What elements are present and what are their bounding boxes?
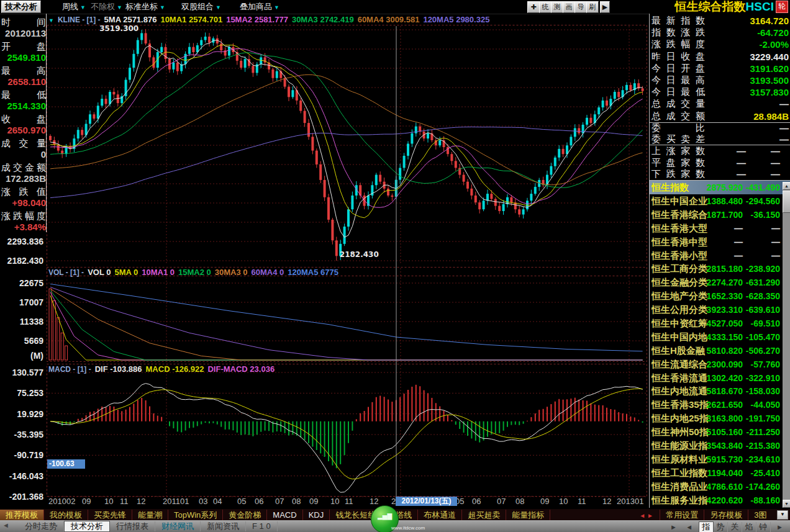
index-name: 恒生香港中型	[652, 237, 723, 248]
index-value: 4786.610	[707, 482, 743, 492]
toolbar-menu-3[interactable]: 标准坐标▼	[125, 2, 165, 12]
index-list-item[interactable]: 恒生中国内地4333.150-105.470	[650, 330, 790, 344]
status-left-arrow-icon[interactable]: ◄	[2, 521, 9, 529]
index-list-item[interactable]: 恒生服务业指4220.620-88.160	[650, 494, 790, 507]
status-right-arrow-icon[interactable]: ►	[670, 523, 677, 531]
menu-label: 双股组合	[181, 2, 214, 11]
template-tab-超买超卖[interactable]: 超买超卖	[462, 510, 506, 521]
info-row-8: 涨跌值+98.040	[1, 185, 46, 209]
template-tab-KDJ[interactable]: KDJ	[303, 510, 330, 521]
tab-action-3图[interactable]: 3图	[748, 510, 772, 521]
view-tab-新闻资讯[interactable]: 新闻资讯	[201, 521, 246, 531]
index-list-item[interactable]: 恒生香港35指2621.650-44.050	[650, 398, 790, 412]
quick-button-势[interactable]: 势	[714, 522, 728, 532]
index-value: 4527.050	[707, 318, 743, 328]
index-change: -25.410	[751, 468, 780, 478]
template-tab-黄金阶梯[interactable]: 黄金阶梯	[223, 510, 267, 521]
view-tab-F 1 0[interactable]: F 1 0	[246, 521, 278, 531]
index-list-item[interactable]: 恒生能源业指3543.840-215.380	[650, 439, 790, 453]
tool-button-画[interactable]: 画	[563, 1, 575, 13]
chevron-down-icon: ▼	[117, 4, 122, 11]
index-change: -88.160	[751, 495, 780, 505]
toolbar-menu-4[interactable]: 双股组合▼	[181, 2, 221, 12]
index-change: -69.510	[751, 318, 780, 328]
move-tool-icon[interactable]: ✚	[527, 1, 540, 13]
index-list-item[interactable]: 恒生工商分类2815.180-238.920	[650, 262, 790, 276]
template-tab-TopWin系列[interactable]: TopWin系列	[168, 510, 223, 521]
tab-action-另存模板[interactable]: 另存模板	[704, 510, 748, 521]
status-left2-arrow-icon[interactable]: ◄	[686, 523, 692, 531]
quote-value: 3193.500	[705, 75, 789, 86]
index-list-item[interactable]: 恒生地产分类1652.330-628.350	[650, 289, 790, 303]
view-tab-分时走势[interactable]: 分时走势	[19, 521, 64, 531]
tab-scroll-arrows[interactable]: ◄ ►	[639, 512, 653, 519]
scrollbar-thumb[interactable]	[783, 191, 790, 213]
quick-button-关[interactable]: 关	[728, 522, 742, 532]
index-list-item[interactable]: 恒生金融分类2274.270-631.290	[650, 276, 790, 289]
site-logo-bars-icon: ▂▅▇	[378, 513, 392, 520]
index-list-item[interactable]: 恒生内地25指3163.800-191.750	[650, 412, 790, 425]
y-axis-label: -35.395	[0, 430, 43, 439]
toolbar-menu-2[interactable]: 不除权▼	[91, 2, 122, 12]
index-change: -628.350	[746, 291, 780, 301]
template-tab-买卖先锋[interactable]: 买卖先锋	[88, 510, 132, 521]
view-tab-财经网讯[interactable]: 财经网讯	[155, 521, 201, 531]
index-list-item[interactable]: 恒生公用分类3923.310-639.610	[650, 303, 790, 317]
tool-button-导[interactable]: 导	[574, 1, 587, 13]
status-far-right-arrow-icon[interactable]: ►	[776, 523, 783, 531]
index-list-item[interactable]: 恒生流通综合2300.090-57.760	[650, 358, 790, 371]
x-axis-label: 08	[292, 497, 301, 506]
view-tab-行情报表[interactable]: 行情报表	[110, 521, 155, 531]
index-list-item[interactable]: 恒生H股金融5810.820-506.270	[650, 344, 790, 358]
scroll-up-icon[interactable]: ▲	[783, 182, 790, 190]
expand-button[interactable]: ▶	[600, 1, 610, 13]
quote-value: —	[705, 99, 789, 109]
quote-row: 指数涨跌-64.720	[650, 27, 790, 38]
index-list-item[interactable]: 恒生神州50指5105.160-211.250	[650, 425, 790, 439]
index-list-item[interactable]: 恒生指数2875.920-431.490	[650, 181, 790, 194]
analysis-mode-button[interactable]: 技术分析	[1, 1, 41, 13]
index-list-scrollbar[interactable]: ▲ ▼	[783, 182, 790, 508]
index-list-item[interactable]: 恒生香港中型——	[650, 235, 790, 249]
x-axis-label: 05	[237, 497, 246, 506]
toolbar-menu-5[interactable]: 叠加商品▼	[240, 2, 279, 12]
scroll-down-icon[interactable]: ▼	[783, 500, 790, 508]
kline-chart[interactable]: 3519.3002182.430	[47, 14, 649, 510]
tab-action-常用设置[interactable]: 常用设置	[660, 510, 704, 521]
index-list-item[interactable]: 恒生香港流通1302.420-322.910	[650, 371, 790, 385]
template-tab-MACD[interactable]: MACD	[267, 510, 302, 521]
index-list-item[interactable]: 恒生内地流通5818.670-158.030	[650, 384, 790, 398]
index-list-item[interactable]: 恒生香港大型——	[650, 222, 790, 235]
tool-button-测[interactable]: 测	[551, 1, 563, 13]
x-axis-label: 09	[540, 497, 549, 506]
template-tab-能量指标[interactable]: 能量指标	[506, 510, 550, 521]
index-list-item[interactable]: 恒生工业指数1194.040-25.410	[650, 466, 790, 480]
template-tab-我的模板[interactable]: 我的模板	[44, 510, 88, 521]
template-tab-布林通道[interactable]: 布林通道	[418, 510, 462, 521]
quick-button-钟[interactable]: 钟	[756, 522, 771, 532]
index-list-item[interactable]: 恒生原材料业5915.730-234.610	[650, 453, 790, 466]
panel-divider	[46, 14, 47, 232]
board-value: —	[705, 134, 789, 145]
index-list-item[interactable]: 恒生消费品业4786.610-174.260	[650, 480, 790, 494]
menu-label: 周线	[62, 2, 78, 11]
index-list-item[interactable]: 恒生香港综合1871.700-36.150	[650, 208, 790, 222]
tool-button-刷[interactable]: 刷	[586, 1, 599, 13]
toolbar-menu-1[interactable]: 周线▼	[62, 2, 86, 12]
quick-button-指[interactable]: 指	[699, 521, 714, 532]
view-tab-技术分析[interactable]: 技术分析	[64, 521, 110, 532]
board-row: 委买卖差—	[650, 133, 790, 145]
index-list-item[interactable]: 恒生香港小型——	[650, 249, 790, 263]
template-dropdown[interactable]: ▼	[777, 510, 788, 520]
x-axis-label: 09	[309, 497, 318, 506]
template-tab-能量潮[interactable]: 能量潮	[132, 510, 168, 521]
indicator-value: 15MA2 2581.777	[226, 15, 288, 24]
wheel-badge-icon[interactable]: 轮	[776, 1, 788, 13]
index-list-item[interactable]: 恒生中国企业1388.480-294.560	[650, 194, 790, 208]
page-title: 恒生综合指数HSCI	[675, 0, 774, 14]
menu-label: 标准坐标	[125, 2, 158, 11]
template-tab-推荐模板[interactable]: 推荐模板	[0, 510, 44, 521]
index-list-item[interactable]: 恒生中资红筹4527.050-69.510	[650, 317, 790, 330]
tool-button-统[interactable]: 统	[539, 1, 552, 13]
quick-button-焰[interactable]: 焰	[742, 522, 756, 532]
